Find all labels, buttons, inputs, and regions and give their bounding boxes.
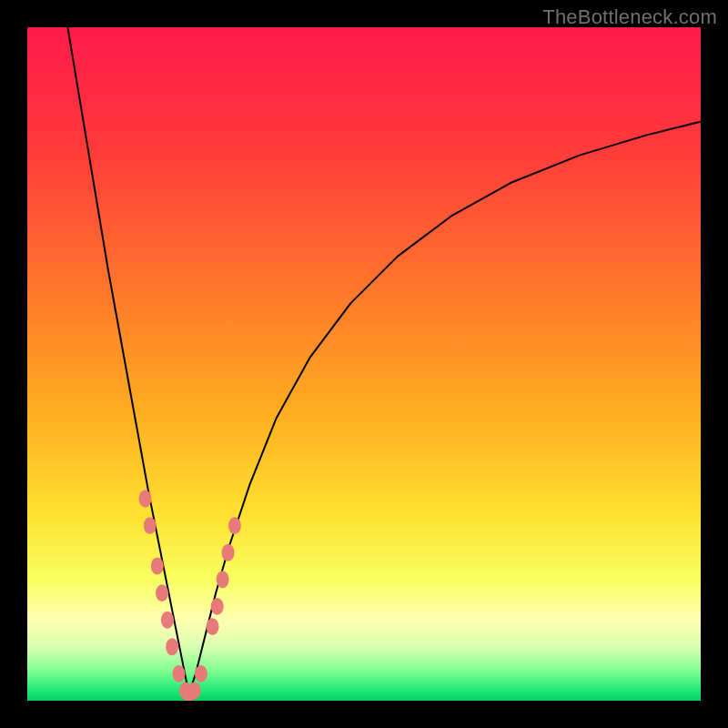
data-marker [139,490,152,508]
data-marker [211,598,224,615]
data-marker [207,618,219,635]
data-marker [166,638,178,655]
data-marker [195,665,207,682]
chart-svg [27,27,701,701]
data-marker [173,665,186,682]
watermark-text: TheBottleneck.com [542,5,717,29]
data-marker [217,571,229,588]
data-marker [161,612,174,629]
data-marker [151,558,164,575]
data-marker [144,517,157,534]
chart-background [27,27,701,701]
data-marker [188,682,201,699]
chart-frame: TheBottleneck.com [0,0,728,728]
chart-plot [27,27,701,701]
data-marker [228,517,241,534]
data-marker [156,584,168,602]
data-marker [222,544,235,561]
